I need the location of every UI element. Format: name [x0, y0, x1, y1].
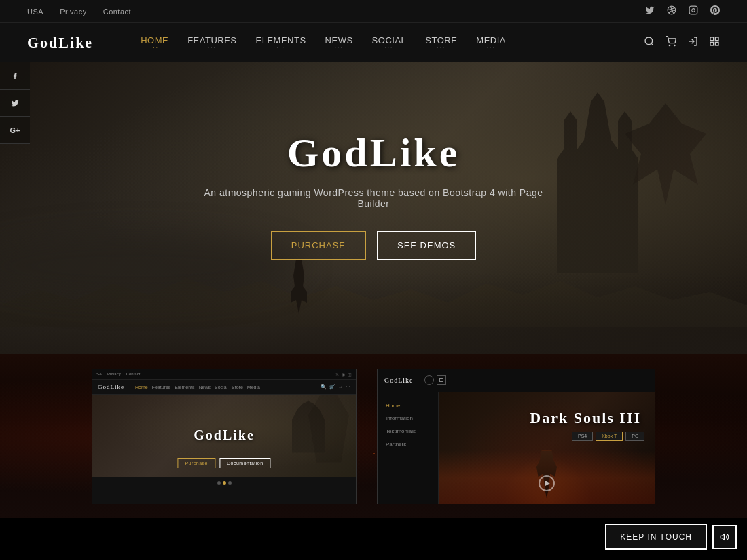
top-bar-links: USA Privacy Contact — [27, 7, 131, 16]
nav-link-home[interactable]: Home ··· — [134, 31, 175, 54]
ds3-sidebar-partners[interactable]: Partners — [378, 438, 438, 451]
sidebar-twitter[interactable] — [0, 90, 30, 117]
nav-link-features[interactable]: Features ··· — [181, 31, 243, 54]
topbar-link-usa[interactable]: USA — [27, 7, 43, 16]
mini-nav: GodLike Home Features Elements News Soci… — [92, 380, 356, 395]
mini-hero-title: GodLike — [194, 428, 255, 443]
mini-nav-elements[interactable]: Elements — [175, 385, 194, 390]
ds3-logo: GodLike — [384, 377, 414, 384]
keep-in-touch: Keep in Touch — [605, 524, 737, 550]
pinterest-icon[interactable] — [710, 5, 720, 18]
svg-rect-8 — [710, 37, 714, 41]
mini-social-icons: 🔍🛒→⋯ — [321, 384, 350, 390]
hero-section: GodLike An atmospheric gaming WordPress … — [0, 62, 747, 354]
ds3-sidebar: Home Information Testimonials Partners — [378, 392, 439, 504]
mini-logo: GodLike — [98, 384, 124, 390]
top-bar-social — [645, 5, 720, 18]
search-icon[interactable] — [644, 36, 655, 50]
ds3-body: Home Information Testimonials Partners D… — [378, 392, 655, 504]
mini-nav-media[interactable]: Media — [247, 385, 260, 390]
ds3-xbox-btn[interactable]: Xbox T — [596, 432, 623, 441]
topbar-link-privacy[interactable]: Privacy — [60, 7, 87, 16]
top-bar: USA Privacy Contact — [0, 0, 747, 23]
nav-icons — [644, 36, 720, 50]
topbar-link-contact[interactable]: Contact — [103, 7, 131, 16]
hero-subtitle: An atmospheric gaming WordPress theme ba… — [187, 187, 560, 209]
svg-rect-11 — [715, 42, 718, 45]
ds3-ps4-btn[interactable]: PS4 — [572, 432, 593, 441]
svg-rect-1 — [689, 6, 697, 14]
see-demos-button[interactable]: See Demos — [377, 231, 476, 260]
nav-link-news[interactable]: News ··· — [318, 31, 360, 54]
svg-point-6 — [674, 45, 675, 45]
nav-link-social[interactable]: Social ··· — [365, 31, 414, 54]
dribbble-icon[interactable] — [667, 5, 676, 18]
sound-button[interactable] — [712, 525, 737, 549]
ds3-platforms: PS4 Xbox T PC — [572, 432, 644, 441]
mini-docs-btn[interactable]: Documentation — [219, 458, 271, 468]
main-nav: GodLike Home ··· Features ··· Elements ·… — [0, 23, 747, 62]
ds3-play-button[interactable] — [539, 475, 555, 491]
ds3-search-icon[interactable] — [424, 375, 434, 385]
mini-nav-news[interactable]: News — [199, 385, 211, 390]
sidebar-googleplus[interactable]: G+ — [0, 117, 30, 144]
mini-nav-links: Home Features Elements News Social Store… — [135, 385, 260, 390]
mini-hero: GodLike Purchase Documentation — [92, 395, 356, 477]
demo-card-2: GodLike Home Information Testimonials Pa… — [377, 369, 655, 504]
login-icon[interactable] — [687, 36, 698, 50]
mini-hero-buttons: Purchase Documentation — [177, 458, 270, 468]
svg-rect-10 — [710, 42, 714, 45]
cart-icon[interactable] — [666, 36, 676, 50]
svg-point-3 — [645, 37, 653, 45]
nav-link-elements[interactable]: Elements ··· — [249, 31, 313, 54]
svg-marker-12 — [721, 534, 724, 540]
ds3-header: GodLike — [378, 369, 655, 392]
mini-nav-store[interactable]: Store — [232, 385, 243, 390]
social-sidebar: G+ — [0, 62, 34, 144]
mini-purchase-btn[interactable]: Purchase — [177, 458, 215, 468]
instagram-icon[interactable] — [689, 5, 698, 18]
keep-in-touch-button[interactable]: Keep in Touch — [605, 524, 707, 550]
ds3-content: Dark Souls III PS4 Xbox T PC — [439, 392, 655, 504]
purchase-button[interactable]: Purchase — [271, 231, 366, 260]
nav-link-store[interactable]: Store ··· — [418, 31, 464, 54]
svg-line-4 — [651, 43, 653, 45]
nav-links: Home ··· Features ··· Elements ··· News … — [134, 31, 644, 54]
hero-content: GodLike An atmospheric gaming WordPress … — [187, 130, 560, 260]
ds3-pc-btn[interactable]: PC — [625, 432, 644, 441]
hero-buttons: Purchase See Demos — [187, 231, 560, 260]
mini-nav-features[interactable]: Features — [152, 385, 171, 390]
ds3-sidebar-information[interactable]: Information — [378, 412, 438, 425]
mini-nav-social[interactable]: Social — [215, 385, 227, 390]
hero-title: GodLike — [187, 130, 560, 176]
demo-card-1: SA Privacy Contact 𝕏 ◉ ◫ GodLike Home Fe… — [92, 369, 357, 504]
svg-point-5 — [669, 45, 670, 45]
ds3-sidebar-testimonials[interactable]: Testimonials — [378, 425, 438, 438]
ds3-cart-icon[interactable] — [437, 375, 446, 385]
ds3-sidebar-home[interactable]: Home — [378, 399, 438, 412]
demo-section: SA Privacy Contact 𝕏 ◉ ◫ GodLike Home Fe… — [0, 354, 747, 518]
twitter-icon[interactable] — [645, 5, 655, 18]
grid-icon[interactable] — [709, 36, 720, 50]
mini-nav-home[interactable]: Home — [135, 385, 148, 390]
svg-rect-9 — [715, 37, 718, 41]
site-logo[interactable]: GodLike — [27, 34, 93, 52]
sidebar-facebook[interactable] — [0, 62, 30, 90]
ds3-title: Dark Souls III — [530, 409, 641, 427]
nav-link-media[interactable]: Media ··· — [469, 31, 513, 54]
